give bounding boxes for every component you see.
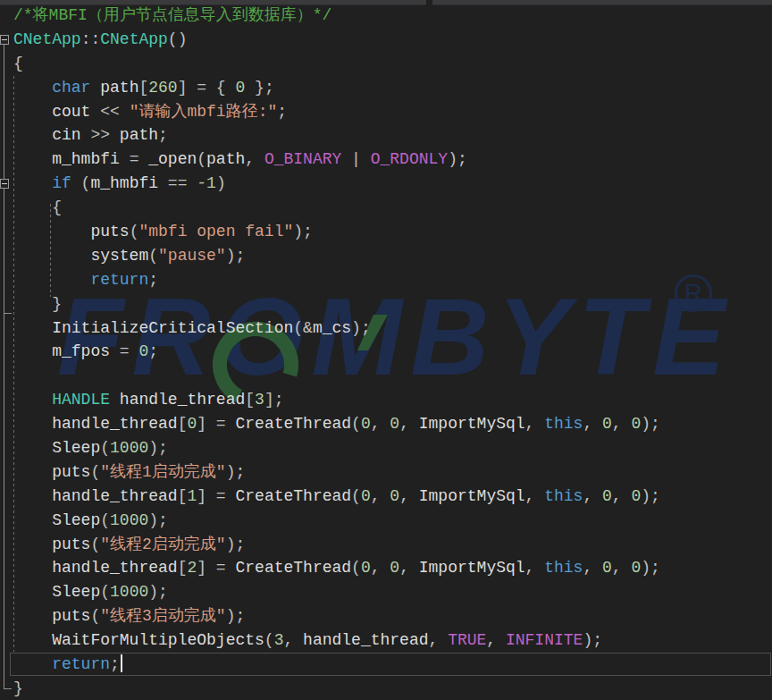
code-token-id: CreateThread xyxy=(235,559,351,577)
code-token-id: _open xyxy=(148,150,197,168)
code-token-op: ; xyxy=(148,271,158,289)
code-token-id: system xyxy=(13,247,148,265)
code-token-op: ); xyxy=(148,511,168,529)
code-token-num: 0 xyxy=(390,487,399,505)
code-token-id: m_cs xyxy=(313,319,351,337)
code-line[interactable]: system("pause"); xyxy=(0,244,772,268)
code-token-op: [ xyxy=(138,79,148,97)
code-token-num: 3 xyxy=(274,631,284,649)
code-line[interactable]: handle_thread[2] = CreateThread(0, 0, Im… xyxy=(0,556,772,580)
code-line[interactable]: } xyxy=(0,292,772,316)
code-token-macro: O_BINARY xyxy=(264,150,341,168)
code-token-id: puts xyxy=(13,536,90,553)
code-token-op: ] = xyxy=(197,487,235,505)
code-token-num: 0 xyxy=(187,415,197,433)
code-line[interactable]: m_hmbfi = _open(path, O_BINARY | O_RDONL… xyxy=(0,148,772,172)
code-token-num: 0 xyxy=(235,79,245,97)
code-token-id: Sleep xyxy=(13,583,100,601)
code-token-kw: return xyxy=(13,655,110,673)
code-token-comment: /*将MBFI（用户节点信息导入到数据库）*/ xyxy=(13,6,331,24)
code-token-id: handle_thread xyxy=(13,559,178,577)
code-line[interactable]: return; xyxy=(0,268,772,292)
code-token-op: ); xyxy=(226,247,246,265)
code-line[interactable]: InitializeCriticalSection(&m_cs); xyxy=(0,316,772,341)
code-token-id: handle_thread xyxy=(110,391,245,409)
text-cursor xyxy=(121,654,122,672)
code-token-id: path xyxy=(90,79,138,97)
code-line[interactable]: { xyxy=(0,196,772,220)
code-token-num: 0 xyxy=(361,559,371,577)
code-token-op: , xyxy=(399,415,419,433)
code-line[interactable]: Sleep(1000); xyxy=(0,580,772,604)
code-token-num: 1000 xyxy=(110,583,148,601)
code-token-num: 0 xyxy=(361,487,371,505)
code-line[interactable]: cout << "请输入mbfi路径:"; xyxy=(0,100,772,124)
code-line[interactable]: CNetApp::CNetApp() xyxy=(0,28,772,52)
code-token-macro: INFINITE xyxy=(506,631,583,649)
code-line[interactable]: puts("线程2启动完成"); xyxy=(0,533,772,557)
code-line[interactable]: /*将MBFI（用户节点信息导入到数据库）*/ xyxy=(0,4,772,28)
code-line[interactable]: handle_thread[0] = CreateThread(0, 0, Im… xyxy=(0,412,772,436)
code-line[interactable]: cin >> path; xyxy=(0,123,772,148)
code-line[interactable]: Sleep(1000); xyxy=(0,509,772,533)
code-token-op: ); xyxy=(351,319,371,337)
code-token-kw: this xyxy=(544,487,583,505)
code-token-op: }; xyxy=(245,79,273,97)
code-token-type: HANDLE xyxy=(13,391,110,409)
code-token-op: () xyxy=(168,30,188,48)
code-line[interactable]: return; xyxy=(0,653,772,677)
code-token-num: 1000 xyxy=(110,439,148,457)
code-token-kw: if xyxy=(13,174,71,192)
code-line[interactable]: WaitForMultipleObjects(3, handle_thread,… xyxy=(0,628,772,653)
code-token-op: ]; xyxy=(264,391,284,409)
code-token-type: CNetApp xyxy=(100,30,168,48)
code-line[interactable]: m_fpos = 0; xyxy=(0,340,772,364)
code-line[interactable]: HANDLE handle_thread[3]; xyxy=(0,388,772,412)
code-line[interactable]: char path[260] = { 0 }; xyxy=(0,76,772,100)
code-token-op: ( xyxy=(90,536,100,553)
code-token-op: } xyxy=(13,295,62,313)
code-token-kw: this xyxy=(544,559,583,577)
code-token-op: ); xyxy=(448,150,467,168)
code-line[interactable]: puts("线程3启动完成"); xyxy=(0,604,772,628)
code-line[interactable] xyxy=(0,364,772,388)
code-token-op: ( xyxy=(148,247,158,265)
code-line[interactable]: puts("mbfi open fail"); xyxy=(0,220,772,244)
code-token-op: , xyxy=(612,415,632,433)
code-token-op: ); xyxy=(583,631,602,649)
code-token-op: , xyxy=(525,559,545,577)
code-token-op: [ xyxy=(178,559,188,577)
code-token-id: WaitForMultipleObjects xyxy=(13,631,264,649)
code-token-str: "线程1启动完成" xyxy=(100,463,225,481)
code-token-id: ImportMySql xyxy=(419,415,525,433)
code-token-op: ); xyxy=(641,559,660,577)
code-text-area[interactable]: /*将MBFI（用户节点信息导入到数据库）*/CNetApp::CNetApp(… xyxy=(0,4,772,700)
code-line[interactable]: { xyxy=(0,52,772,76)
code-line[interactable]: if (m_hmbfi == -1) xyxy=(0,172,772,196)
code-token-id: handle_thread xyxy=(13,415,178,433)
code-token-op: ); xyxy=(641,415,660,433)
code-token-op: , xyxy=(371,487,390,505)
code-token-op: ( xyxy=(100,511,110,529)
code-token-op: ( xyxy=(100,439,110,457)
code-line[interactable]: puts("线程1启动完成"); xyxy=(0,460,772,485)
code-line[interactable]: handle_thread[1] = CreateThread(0, 0, Im… xyxy=(0,485,772,509)
code-line[interactable]: } xyxy=(0,677,772,700)
code-token-kw: this xyxy=(544,415,583,433)
code-token-op: ( xyxy=(264,631,274,649)
code-token-id: path xyxy=(120,126,158,144)
code-token-id: ImportMySql xyxy=(419,487,525,505)
code-token-op: ( xyxy=(351,415,361,433)
code-token-num: 0 xyxy=(390,415,399,433)
code-token-op: , xyxy=(525,415,545,433)
code-token-str: "请输入mbfi路径:" xyxy=(130,103,278,121)
code-token-id: ImportMySql xyxy=(419,559,525,577)
code-token-op: , xyxy=(429,631,449,649)
code-token-op: ; xyxy=(277,103,287,121)
code-token-op: ( xyxy=(130,223,139,240)
code-token-op: ] = xyxy=(197,559,235,577)
code-token-op: ); xyxy=(148,583,168,601)
code-token-id: puts xyxy=(13,223,130,240)
code-token-num: 0 xyxy=(390,559,399,577)
code-line[interactable]: Sleep(1000); xyxy=(0,436,772,460)
